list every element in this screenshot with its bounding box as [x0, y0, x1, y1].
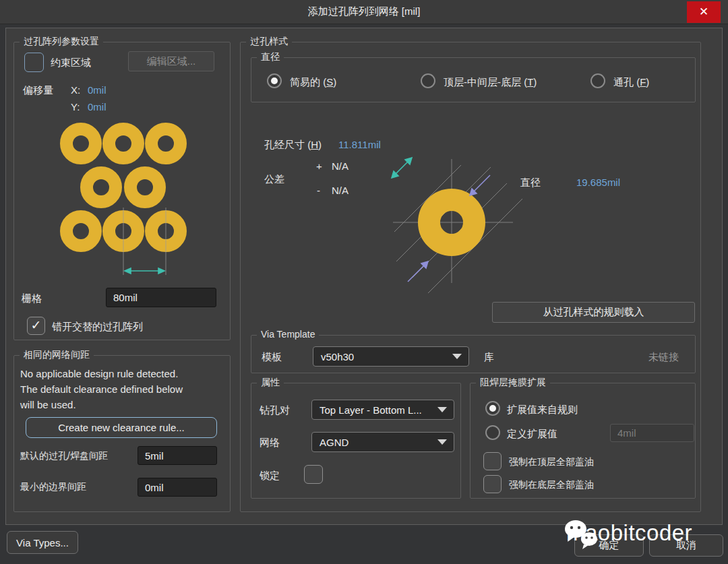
via-pad — [67, 129, 96, 158]
stagger-label: 错开交替的过孔阵列 — [52, 321, 143, 334]
grid-input[interactable] — [106, 288, 216, 307]
drill-pair-label: 钻孔对 — [260, 404, 290, 417]
chevron-down-icon — [452, 354, 462, 359]
via-types-button[interactable]: Via Types... — [7, 531, 78, 554]
offset-label: 偏移量 — [23, 84, 53, 97]
radio-top-mid-bottom[interactable] — [421, 73, 435, 88]
via-pad — [87, 173, 116, 202]
via-pad — [67, 217, 96, 246]
via-diagram — [381, 154, 533, 288]
grid-label: 栅格 — [22, 292, 42, 305]
radio-top-mid-bottom-label: 顶层-中间层-底层 (T) — [444, 76, 537, 89]
diameter-readout-value: 19.685mil — [576, 177, 620, 188]
define-expansion-label: 定义扩展值 — [507, 428, 557, 441]
offset-y-value: 0mil — [88, 101, 107, 113]
lock-checkbox[interactable] — [304, 465, 323, 484]
chevron-down-icon — [437, 407, 447, 412]
load-from-rule-button[interactable]: 从过孔样式的规则载入 — [492, 302, 695, 323]
net-dropdown[interactable]: AGND — [311, 432, 454, 452]
force-tent-top-label: 强制在顶层全部盖油 — [509, 456, 594, 468]
min-boundary-input[interactable] — [138, 478, 217, 497]
tolerance-plus-value: N/A — [332, 160, 348, 172]
default-clearance-label: 默认的过孔/焊盘间距 — [20, 450, 108, 462]
group-label: 属性 — [257, 377, 284, 389]
offset-x-label: X: — [71, 84, 80, 96]
via-pad — [131, 173, 160, 202]
template-dropdown[interactable]: v50h30 — [313, 346, 469, 367]
default-clearance-input[interactable] — [138, 446, 217, 465]
via-array-dialog: 添加过孔阵列到网络 [mil] ✕ 过孔阵列参数设置 约束区域 编辑区域... … — [0, 0, 728, 564]
grid-spacing-arrow — [125, 268, 164, 274]
tolerance-label: 公差 — [264, 173, 284, 186]
force-tent-top-checkbox[interactable] — [483, 452, 502, 470]
constrain-region-label: 约束区域 — [51, 57, 91, 69]
template-label: 模板 — [262, 351, 282, 364]
offset-y-label: Y: — [71, 101, 80, 113]
diameter-readout-label: 直径 — [520, 177, 541, 189]
radio-simple[interactable] — [267, 73, 282, 88]
group-label: 直径 — [257, 51, 284, 63]
dialog-title: 添加过孔阵列到网络 [mil] — [0, 5, 728, 18]
group-label: 过孔样式 — [246, 36, 292, 48]
group-label: 过孔阵列参数设置 — [20, 36, 103, 48]
tolerance-minus-value: N/A — [332, 185, 348, 196]
via-pad — [109, 129, 138, 158]
radio-expansion-from-rule[interactable] — [485, 401, 500, 416]
force-tent-bottom-label: 强制在底层全部盖油 — [509, 479, 594, 491]
stagger-checkbox[interactable]: ✓ — [27, 317, 45, 335]
close-button[interactable]: ✕ — [687, 1, 721, 23]
clearance-info-line1: No applicable design rule detected. — [20, 368, 178, 379]
hole-size-label: 孔经尺寸 (H) — [264, 139, 322, 152]
net-label: 网络 — [260, 437, 280, 449]
group-label: 阻焊层掩膜扩展 — [476, 377, 550, 389]
tolerance-plus-sign: + — [316, 160, 322, 172]
cancel-button[interactable]: 取消 — [649, 534, 723, 557]
offset-x-value: 0mil — [88, 84, 107, 96]
via-array-preview — [57, 121, 202, 280]
tolerance-minus-sign: - — [317, 185, 320, 196]
hole-measure-arrow — [392, 158, 412, 178]
chevron-down-icon — [437, 439, 447, 445]
radio-define-expansion[interactable] — [485, 425, 500, 440]
create-clearance-rule-button[interactable]: Create new clearance rule... — [26, 417, 217, 438]
constrain-region-checkbox[interactable] — [24, 53, 44, 72]
radio-full-stack[interactable] — [590, 73, 605, 88]
group-label: 相同的网络间距 — [20, 349, 94, 361]
title-bar: 添加过孔阵列到网络 [mil] ✕ — [0, 0, 728, 24]
close-icon: ✕ — [699, 5, 708, 18]
force-tent-bottom-checkbox[interactable] — [483, 475, 502, 493]
check-icon: ✓ — [28, 317, 44, 334]
min-boundary-label: 最小的边界间距 — [20, 481, 86, 493]
expansion-from-rule-label: 扩展值来自规则 — [507, 404, 578, 416]
expansion-value-input[interactable] — [610, 424, 694, 442]
group-label: Via Template — [257, 329, 319, 340]
drill-pair-dropdown[interactable]: Top Layer - Bottom L... — [311, 400, 454, 420]
lock-label: 锁定 — [260, 470, 280, 482]
radio-simple-label: 简易的 (S) — [290, 76, 336, 89]
radio-full-stack-label: 通孔 (F) — [613, 76, 649, 89]
library-label: 库 — [484, 351, 494, 364]
via-pad — [152, 129, 181, 158]
edit-region-button[interactable]: 编辑区域... — [128, 51, 214, 71]
clearance-info-line3: will be used. — [20, 399, 76, 410]
library-status: 未链接 — [648, 351, 679, 364]
ok-button[interactable]: 确定 — [574, 534, 644, 557]
clearance-info-line2: The default clearance defined below — [20, 383, 183, 395]
hole-size-value: 11.811mil — [338, 139, 381, 150]
